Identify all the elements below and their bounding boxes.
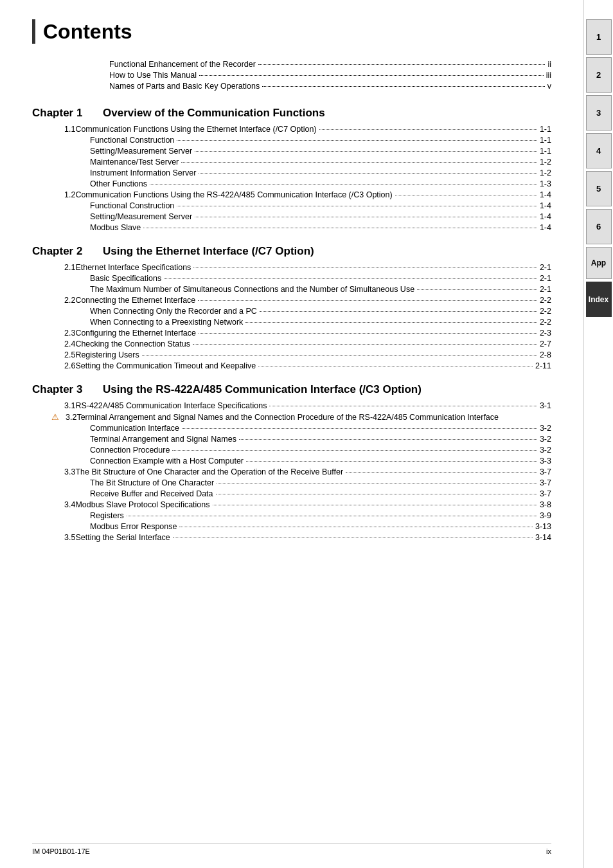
sidebar-tab-2[interactable]: 2 — [586, 57, 612, 93]
page-num: iii — [546, 71, 551, 80]
dots — [417, 289, 537, 290]
section-num: 2.6 — [32, 361, 75, 370]
sidebar-tab-4[interactable]: 4 — [586, 133, 612, 168]
prelim-entry: How to Use This Manualiii — [109, 71, 551, 80]
dots — [199, 173, 537, 174]
dots — [245, 322, 537, 323]
section-num: ⚠3.2 — [32, 412, 76, 422]
page-footer: IM 04P01B01-17E ix — [32, 843, 551, 855]
section-entry: 2.5Registering Users2-8 — [32, 350, 551, 359]
sub-entry: Modbus Slave1-4 — [32, 223, 551, 232]
page-num: 2-1 — [540, 274, 551, 283]
dots — [258, 64, 546, 65]
page-num: 3-14 — [535, 533, 551, 542]
sub-entry: Instrument Information Server1-2 — [32, 168, 551, 177]
entry-title: The Maximum Number of Simultaneous Conne… — [90, 285, 414, 294]
page-num: 3-7 — [540, 478, 551, 487]
page-num: 1-3 — [540, 179, 551, 188]
page-num: 2-2 — [540, 307, 551, 316]
sidebar-tab-index[interactable]: Index — [586, 282, 612, 317]
page-num: 3-3 — [540, 457, 551, 466]
main-content: Contents Functional Enhancement of the R… — [0, 0, 583, 868]
section-num: 3.3 — [32, 467, 75, 476]
dots — [198, 300, 537, 301]
entry-title: Terminal Arrangement and Signal Names — [90, 435, 236, 444]
dots — [213, 505, 537, 505]
section-entry: 2.2Connecting the Ethernet Interface2-2 — [32, 296, 551, 305]
page-num: 2-2 — [540, 296, 551, 305]
prelim-entry: Names of Parts and Basic Key Operationsv — [109, 82, 551, 91]
sub-entry: Connection Example with a Host Computer3… — [32, 457, 551, 466]
page-title: Contents — [32, 19, 551, 44]
page-num: 3-9 — [540, 511, 551, 520]
sub-entry: Maintenance/Test Server1-2 — [32, 158, 551, 167]
section-num: 1.2 — [32, 190, 75, 199]
dots — [258, 366, 533, 366]
chapter-heading: Chapter 1Overview of the Communication F… — [32, 107, 551, 120]
sidebar-tab-5[interactable]: 5 — [586, 171, 612, 206]
sub-entry: Modbus Error Response3-13 — [32, 522, 551, 531]
entry-title: Functional Enhancement of the Recorder — [109, 60, 256, 69]
sub-entry: Basic Specifications2-1 — [32, 274, 551, 283]
footer-doc-id: IM 04P01B01-17E — [32, 847, 90, 855]
dots — [246, 461, 537, 462]
chapter-block: Chapter 3Using the RS-422A/485 Communica… — [32, 383, 551, 542]
chapter-title: Overview of the Communication Functions — [103, 107, 325, 120]
entry-title: Registers — [90, 511, 124, 520]
sub-entry: The Bit Structure of One Character3-7 — [32, 478, 551, 487]
section-num: 3.4 — [32, 500, 75, 509]
entry-title: The Bit Structure of One Character — [90, 478, 214, 487]
dots — [199, 333, 537, 334]
dots — [262, 86, 545, 87]
section-entry: 2.6Setting the Communication Timeout and… — [32, 361, 551, 370]
section-entries: 2.1Ethernet Interface Specifications2-1B… — [32, 263, 551, 370]
page-num: 2-7 — [540, 339, 551, 348]
entry-title: Modbus Error Response — [90, 522, 177, 531]
entry-title: Communication Interface — [90, 424, 179, 433]
section-entry: 3.3The Bit Structure of One Character an… — [32, 467, 551, 476]
page-num: 3-7 — [540, 489, 551, 498]
chapters-section: Chapter 1Overview of the Communication F… — [32, 107, 551, 542]
sub-entry: Communication Interface3-2 — [32, 424, 551, 433]
entry-title: When Connecting Only the Recorder and a … — [90, 307, 257, 316]
entry-title: Modbus Slave — [90, 223, 141, 232]
entry-title: Configuring the Ethernet Interface — [75, 329, 196, 338]
section-entry: 2.3Configuring the Ethernet Interface2-3 — [32, 329, 551, 338]
entry-title: Functional Construction — [90, 201, 174, 210]
entry-title: Basic Specifications — [90, 274, 161, 283]
page-num: 1-2 — [540, 158, 551, 167]
entry-title: Connection Procedure — [90, 446, 170, 455]
warning-icon: ⚠ — [51, 412, 59, 422]
entry-title: Connection Example with a Host Computer — [90, 457, 244, 466]
sub-entry: Functional Construction1-4 — [32, 201, 551, 210]
sub-entry: Setting/Measurement Server1-1 — [32, 147, 551, 156]
sidebar-tab-6[interactable]: 6 — [586, 209, 612, 244]
dots — [177, 140, 537, 141]
page-num: 1-4 — [540, 223, 551, 232]
chapter-label: Chapter 2 — [32, 245, 103, 258]
chapter-block: Chapter 1Overview of the Communication F… — [32, 107, 551, 232]
section-num: 2.2 — [32, 296, 75, 305]
chapter-label: Chapter 1 — [32, 107, 103, 120]
dots — [177, 206, 537, 206]
page-num: 1-4 — [540, 190, 551, 199]
sub-entry: Setting/Measurement Server1-4 — [32, 212, 551, 221]
entry-title: Checking the Connection Status — [75, 339, 190, 348]
dots — [173, 538, 533, 538]
entry-title: RS-422A/485 Communication Interface Spec… — [75, 401, 267, 410]
page-num: ii — [547, 60, 551, 69]
sidebar-tab-app[interactable]: App — [586, 247, 612, 279]
chapter-title: Using the RS-422A/485 Communication Inte… — [103, 383, 422, 396]
chapter-block: Chapter 2Using the Ethernet Interface (/… — [32, 245, 551, 370]
sidebar-tab-3[interactable]: 3 — [586, 95, 612, 131]
section-entry: 1.2Communication Functions Using the RS-… — [32, 190, 551, 199]
page-container: Contents Functional Enhancement of the R… — [0, 0, 613, 868]
dots — [319, 129, 537, 130]
dots — [216, 494, 537, 494]
dots — [395, 195, 537, 195]
dots — [172, 450, 537, 451]
dots — [193, 267, 537, 268]
sidebar-tab-1[interactable]: 1 — [586, 19, 612, 55]
page-num: 2-3 — [540, 329, 551, 338]
page-num: 3-7 — [540, 467, 551, 476]
